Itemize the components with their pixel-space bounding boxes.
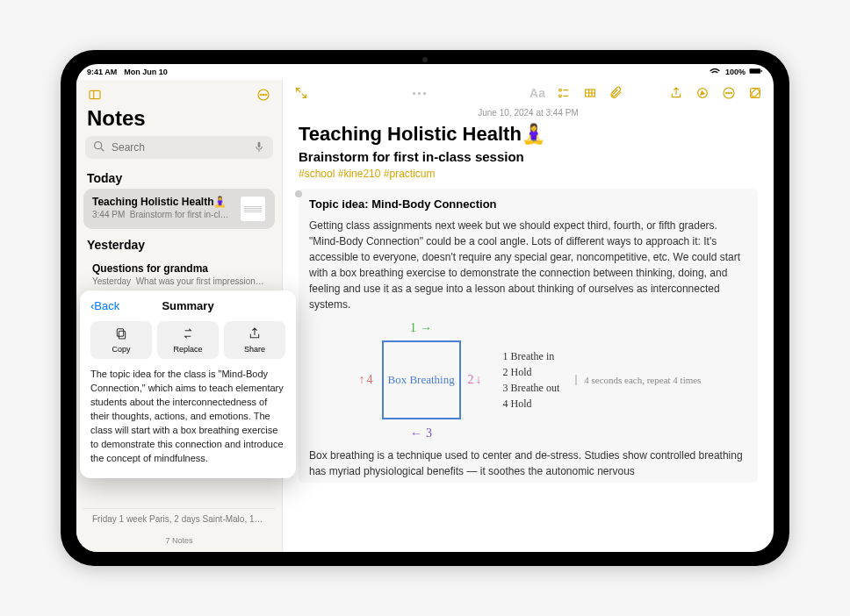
svg-point-8	[95, 141, 102, 148]
more-icon[interactable]	[254, 85, 273, 104]
format-aa-icon[interactable]: Aa	[528, 83, 547, 103]
wifi-icon	[708, 64, 722, 80]
svg-rect-10	[258, 141, 261, 147]
note-item-selected[interactable]: Teaching Holistic Health🧘‍♀️ 3:44 PM Bra…	[83, 189, 275, 229]
replace-icon	[181, 326, 195, 343]
markup-icon[interactable]	[693, 83, 712, 103]
note-item-title: Teaching Holistic Health🧘‍♀️	[92, 196, 233, 208]
svg-line-9	[101, 148, 104, 151]
svg-point-5	[261, 94, 262, 95]
editor-toolbar: Aa	[283, 80, 774, 106]
topic-heading: Topic idea: Mind-Body Connection	[309, 197, 747, 211]
share-note-icon[interactable]	[666, 83, 686, 103]
diagram-note: 4 seconds each, repeat 4 times	[575, 375, 701, 385]
sidebar-toggle-icon[interactable]	[85, 85, 104, 104]
search-field[interactable]	[85, 136, 273, 159]
popup-back-button[interactable]: ‹ Back	[90, 299, 119, 312]
doc-tags: #school #kine210 #practicum	[299, 168, 758, 180]
paragraph: Getting class assignments next week but …	[309, 218, 747, 312]
svg-point-24	[728, 92, 729, 93]
share-icon	[248, 326, 262, 343]
svg-rect-2	[90, 90, 100, 98]
arrow-left: 4	[359, 340, 373, 419]
note-item-title: Questions for grandma	[92, 262, 266, 275]
back-label: Back	[94, 299, 119, 312]
box-label: Box Breathing	[382, 340, 461, 419]
note-item-bottom[interactable]: Friday 1 week Paris, 2 days Saint-Malo, …	[83, 508, 275, 529]
svg-point-15	[559, 95, 562, 97]
svg-point-13	[559, 89, 562, 91]
status-time: 9:41 AM	[87, 68, 117, 76]
svg-rect-0	[750, 68, 761, 74]
doc-subtitle: Brainstorm for first in-class session	[299, 149, 758, 164]
camera-dot	[422, 57, 428, 62]
copy-button[interactable]: Copy	[90, 321, 152, 359]
breathing-steps: 1 Breathe in 2 Hold 3 Breathe out 4 Hold	[503, 347, 560, 413]
note-count: 7 Notes	[76, 536, 282, 545]
popup-title: Summary	[162, 299, 213, 312]
arrow-bottom: 3	[382, 426, 461, 441]
share-button[interactable]: Share	[224, 321, 285, 359]
status-bar: 9:41 AM Mon Jun 10 100%	[76, 64, 774, 80]
svg-rect-11	[119, 331, 125, 339]
note-thumb	[240, 196, 266, 222]
multitask-dots[interactable]	[402, 92, 437, 95]
ipad-device: 9:41 AM Mon Jun 10 100%	[61, 50, 789, 566]
box-breathing-diagram: 1 2 3 4 Box Breathing 1 Breathe in 2 Hol…	[309, 323, 747, 437]
note-item-sub: Yesterday What was your first impression…	[92, 276, 266, 286]
content-block: Topic idea: Mind-Body Connection Getting…	[299, 189, 758, 483]
notes-sidebar: Notes Today Teaching Holistic Health🧘‍♀️…	[76, 80, 283, 552]
screen: 9:41 AM Mon Jun 10 100%	[76, 64, 774, 552]
expand-icon[interactable]	[292, 83, 311, 103]
sidebar-title: Notes	[76, 106, 282, 136]
ellipsis-icon[interactable]	[719, 83, 738, 103]
note-item[interactable]: Questions for grandma Yesterday What was…	[83, 255, 275, 293]
battery-text: 100%	[725, 68, 746, 76]
svg-point-6	[263, 94, 263, 95]
attachment-icon[interactable]	[607, 83, 626, 103]
document-body[interactable]: June 10, 2024 at 3:44 PM Teaching Holist…	[283, 106, 774, 552]
svg-point-23	[726, 92, 727, 93]
search-icon	[92, 140, 106, 156]
summary-popup: ‹ Back Summary Copy	[80, 290, 296, 478]
svg-rect-12	[117, 329, 123, 337]
svg-rect-1	[761, 70, 762, 72]
doc-title: Teaching Holistic Health🧘‍♀️	[299, 123, 758, 146]
block-handle[interactable]	[295, 190, 302, 197]
checklist-icon[interactable]	[554, 83, 573, 103]
arrow-right: 2	[468, 340, 482, 419]
doc-date: June 10, 2024 at 3:44 PM	[299, 108, 758, 118]
paragraph: Box breathing is a technique used to cen…	[309, 448, 747, 479]
svg-point-25	[731, 92, 731, 93]
tag[interactable]: #school	[299, 168, 335, 180]
table-icon[interactable]	[580, 83, 600, 103]
mic-icon[interactable]	[252, 140, 266, 156]
replace-button[interactable]: Replace	[157, 321, 219, 359]
arrow-top: 1	[382, 321, 461, 335]
copy-icon	[114, 326, 128, 343]
note-editor: Aa	[283, 80, 774, 552]
search-input[interactable]	[112, 141, 247, 154]
summary-text: The topic idea for the class is "Mind-Bo…	[90, 368, 285, 466]
svg-point-7	[265, 94, 266, 95]
tag[interactable]: #kine210	[338, 168, 381, 180]
battery-icon	[749, 64, 763, 80]
note-item-sub: 3:44 PM Brainstorm for first in-cla…	[92, 210, 233, 219]
compose-icon[interactable]	[746, 83, 765, 103]
tag[interactable]: #practicum	[384, 168, 436, 180]
section-today: Today	[76, 166, 282, 189]
status-date: Mon Jun 10	[124, 68, 168, 76]
section-yesterday: Yesterday	[76, 233, 282, 255]
